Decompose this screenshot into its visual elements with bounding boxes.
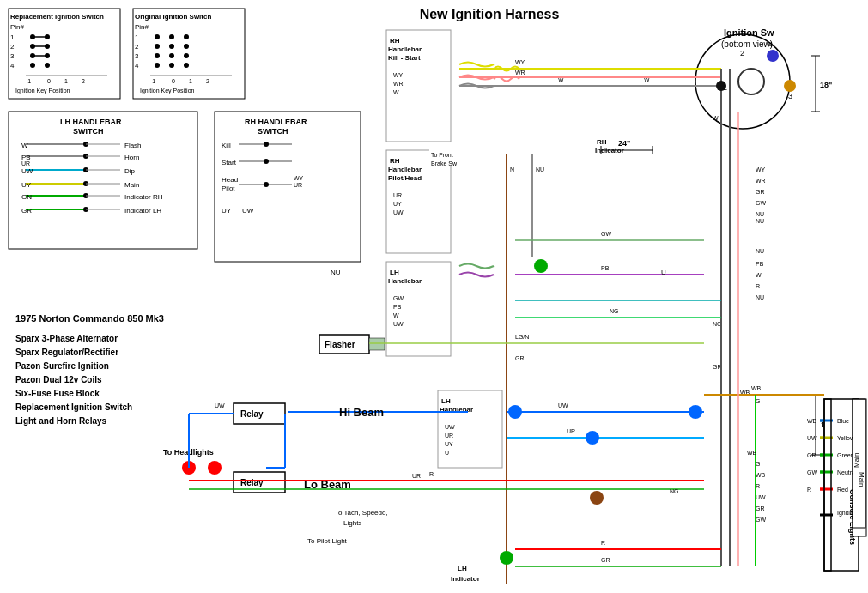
svg-text:Start: Start [222, 159, 237, 166]
svg-text:GW: GW [601, 231, 611, 237]
svg-point-31 [184, 34, 189, 39]
svg-text:WB: WB [751, 385, 762, 391]
svg-point-39 [184, 53, 189, 58]
svg-text:WY: WY [756, 166, 766, 172]
svg-text:Indicator: Indicator [451, 575, 480, 583]
svg-text:PB: PB [393, 304, 402, 310]
svg-text:Handlebar: Handlebar [388, 277, 422, 285]
svg-text:NU: NU [756, 294, 764, 300]
svg-text:(bottom view): (bottom view) [721, 39, 773, 49]
svg-text:2: 2 [206, 78, 209, 84]
svg-text:UW: UW [558, 402, 568, 408]
svg-text:RH HANDLEBAR: RH HANDLEBAR [245, 118, 307, 126]
main-title: New Ignition Harness [420, 7, 560, 21]
svg-text:Lo Beam: Lo Beam [304, 478, 351, 491]
svg-text:RH: RH [597, 138, 607, 146]
svg-text:UW: UW [393, 209, 404, 215]
svg-text:NG: NG [670, 488, 679, 494]
svg-point-145 [767, 50, 779, 62]
svg-point-43 [184, 63, 189, 68]
svg-point-89 [264, 142, 269, 147]
svg-text:GR: GR [601, 557, 610, 563]
svg-point-33 [155, 44, 160, 49]
svg-text:GW: GW [756, 200, 766, 206]
svg-text:Brake Sw: Brake Sw [431, 160, 458, 166]
svg-text:Dip: Dip [124, 167, 136, 175]
svg-text:WY: WY [393, 72, 404, 78]
svg-text:2: 2 [740, 49, 744, 57]
svg-point-14 [30, 63, 35, 68]
svg-point-92 [264, 159, 269, 164]
svg-text:UR: UR [393, 192, 402, 198]
svg-text:NG: NG [610, 308, 619, 314]
svg-text:UW: UW [242, 207, 254, 215]
svg-text:PB: PB [601, 265, 610, 271]
svg-point-42 [169, 63, 174, 68]
svg-text:W: W [393, 312, 399, 318]
svg-text:GR: GR [713, 364, 722, 370]
svg-text:GR: GR [807, 452, 816, 458]
svg-text:Main: Main [124, 181, 139, 189]
svg-point-34 [169, 44, 174, 49]
svg-text:NU: NU [756, 218, 764, 224]
svg-text:WB: WB [747, 450, 757, 456]
svg-text:R: R [429, 471, 434, 477]
svg-text:W: W [756, 272, 762, 278]
svg-text:Pin#: Pin# [135, 23, 149, 31]
svg-text:Light and Horn Relays: Light and Horn Relays [15, 416, 107, 426]
svg-point-29 [155, 34, 160, 39]
svg-text:R: R [601, 540, 605, 546]
svg-text:Relay: Relay [240, 409, 264, 419]
svg-text:1: 1 [64, 78, 68, 84]
svg-text:GR: GR [21, 207, 32, 215]
svg-text:NU: NU [756, 211, 764, 217]
svg-text:GW: GW [756, 517, 766, 523]
svg-point-226 [500, 551, 513, 565]
svg-text:Blue: Blue [837, 418, 849, 424]
svg-text:LH: LH [441, 397, 451, 405]
svg-text:3: 3 [788, 92, 792, 100]
svg-text:To Tach, Speedo,: To Tach, Speedo, [335, 509, 388, 517]
svg-point-38 [169, 53, 174, 58]
svg-text:R: R [807, 487, 811, 493]
svg-text:WR: WR [515, 70, 525, 76]
svg-text:WR: WR [756, 178, 766, 184]
svg-text:UR: UR [567, 428, 575, 434]
svg-text:Flash: Flash [124, 142, 142, 149]
svg-text:U: U [445, 450, 449, 456]
svg-text:WB: WB [756, 472, 766, 478]
svg-text:SWITCH: SWITCH [258, 127, 288, 136]
svg-text:Indicator LH: Indicator LH [124, 207, 161, 215]
svg-text:WR: WR [393, 81, 404, 87]
svg-point-227 [534, 259, 548, 273]
svg-text:Relay: Relay [240, 478, 264, 487]
svg-text:LH HANDLEBAR: LH HANDLEBAR [60, 118, 122, 126]
svg-point-37 [155, 53, 160, 58]
svg-text:Red: Red [837, 487, 848, 493]
svg-text:Replacement Ignition Switch: Replacement Ignition Switch [10, 13, 104, 21]
svg-text:GW: GW [393, 295, 404, 301]
svg-rect-1 [9, 9, 120, 99]
svg-text:4: 4 [135, 62, 139, 70]
svg-point-30 [169, 34, 174, 39]
svg-text:Ignition Key Position: Ignition Key Position [140, 88, 195, 94]
svg-text:Pin#: Pin# [10, 23, 25, 31]
svg-text:UR: UR [412, 473, 421, 479]
svg-text:NU: NU [331, 269, 341, 276]
svg-point-225 [590, 491, 604, 505]
svg-text:2: 2 [82, 78, 85, 84]
svg-text:UW: UW [393, 321, 404, 327]
svg-point-96 [264, 182, 269, 187]
svg-text:Indicator RH: Indicator RH [124, 193, 163, 201]
svg-text:Replacement Ignition Switch: Replacement Ignition Switch [15, 402, 132, 412]
svg-text:NG: NG [713, 321, 722, 327]
svg-text:RH: RH [390, 37, 400, 45]
svg-text:UW: UW [445, 424, 455, 430]
svg-text:1975 Norton Commando 850 Mk3: 1975 Norton Commando 850 Mk3 [15, 313, 164, 324]
svg-text:0: 0 [47, 78, 51, 84]
svg-text:3: 3 [135, 52, 139, 60]
svg-point-35 [184, 44, 189, 49]
svg-text:UY: UY [445, 441, 453, 447]
svg-text:Original Ignition Switch: Original Ignition Switch [135, 13, 211, 21]
svg-point-146 [784, 80, 796, 92]
